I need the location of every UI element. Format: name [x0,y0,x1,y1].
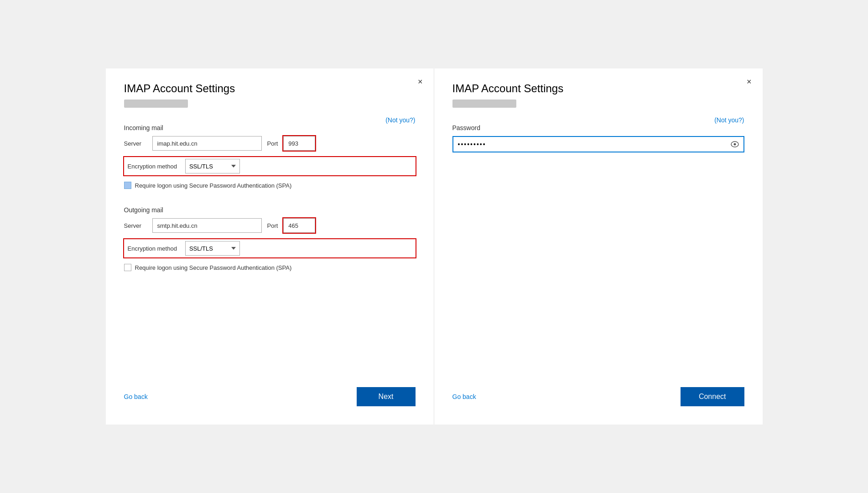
incoming-server-label: Server [124,140,147,147]
password-input[interactable] [453,138,726,151]
connect-button[interactable]: Connect [681,387,744,406]
incoming-server-input[interactable] [152,136,262,151]
incoming-mail-label: Incoming mail [124,124,416,131]
left-go-back-button[interactable]: Go back [124,393,148,400]
outgoing-encryption-label: Encryption method [128,245,177,252]
left-dialog-title: IMAP Account Settings [124,82,416,95]
outgoing-port-label: Port [267,222,278,229]
password-section-label: Password [452,124,744,131]
incoming-spa-label: Require logon using Secure Password Auth… [135,182,292,189]
password-row [452,136,744,152]
outgoing-server-label: Server [124,222,147,229]
right-dialog: × IMAP Account Settings (Not you?) Passw… [434,68,763,425]
outgoing-spa-row: Require logon using Secure Password Auth… [124,264,416,271]
incoming-encryption-label: Encryption method [128,163,177,170]
svg-point-1 [733,143,736,146]
left-dialog: × IMAP Account Settings (Not you?) Incom… [106,68,434,425]
right-go-back-button[interactable]: Go back [452,393,476,400]
outgoing-server-row: Server Port [124,218,416,233]
incoming-spa-checkbox[interactable] [124,182,131,189]
right-close-button[interactable]: × [743,76,755,88]
left-account-bar [124,100,188,108]
outgoing-encryption-select[interactable]: SSL/TLS STARTTLS None [185,241,240,256]
incoming-spa-row: Require logon using Secure Password Auth… [124,182,416,189]
incoming-encryption-select[interactable]: SSL/TLS STARTTLS None [185,159,240,173]
right-footer: Go back Connect [452,369,744,406]
outgoing-encryption-row: Encryption method SSL/TLS STARTTLS None [124,239,416,257]
outgoing-server-input[interactable] [152,218,262,233]
password-toggle-button[interactable] [726,141,743,147]
left-not-you-link[interactable]: (Not you?) [385,116,415,124]
outgoing-spa-label: Require logon using Secure Password Auth… [135,264,292,271]
incoming-encryption-row: Encryption method SSL/TLS STARTTLS None [124,157,416,175]
outgoing-mail-label: Outgoing mail [124,206,416,214]
incoming-port-input[interactable] [283,136,315,151]
right-not-you-link[interactable]: (Not you?) [714,116,744,124]
incoming-server-row: Server Port [124,136,416,151]
left-close-button[interactable]: × [414,76,426,88]
right-dialog-title: IMAP Account Settings [452,82,744,95]
eye-icon [731,141,739,147]
next-button[interactable]: Next [357,387,416,406]
right-account-bar [452,100,516,108]
incoming-port-label: Port [267,140,278,147]
left-footer: Go back Next [124,369,416,406]
outgoing-spa-checkbox[interactable] [124,264,131,271]
outgoing-port-input[interactable] [283,218,315,233]
